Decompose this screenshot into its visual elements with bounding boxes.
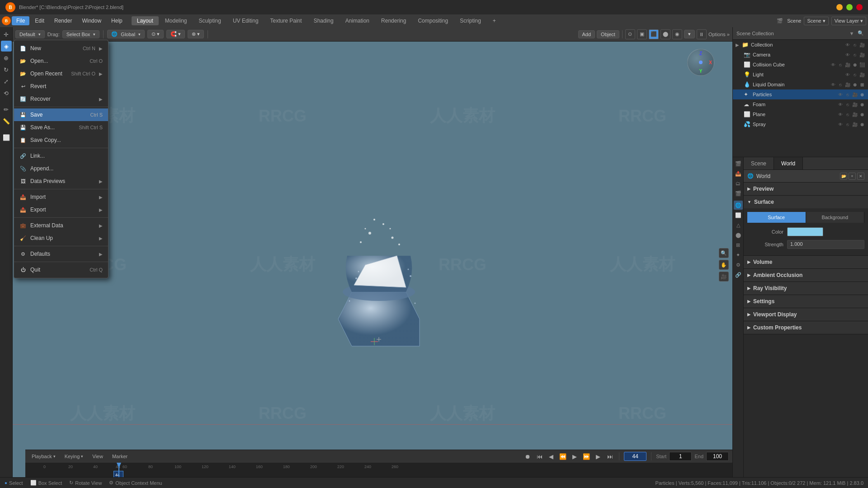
proportional-dropdown[interactable]: ⊗ ▾ [188,30,204,38]
outliner-filter-icon[interactable]: ▼ [848,30,855,37]
tl-next-frame-btn[interactable]: ▶ [594,452,603,461]
menu-append[interactable]: 📎 Append... [14,162,108,175]
viewport-extras-dropdown[interactable]: ▾ [684,30,695,38]
viewport-solid-icon[interactable]: ⬛ [649,29,659,39]
menu-external-data[interactable]: 💼 External Data ▶ [14,219,108,232]
sidebar-annotate-icon[interactable]: ✏ [1,104,12,115]
menu-clean-up[interactable]: 🧹 Clean Up ▶ [14,232,108,244]
options-label[interactable]: Options » [708,32,730,37]
mode-dropdown[interactable]: Default▾ [15,30,45,38]
viewport-overlay-icon[interactable]: ⊙ [625,29,635,39]
workspace-tab-animation[interactable]: Animation [340,16,375,25]
menu-save[interactable]: 💾 Save Ctrl S [14,108,108,121]
marker-dropdown[interactable]: Marker [109,453,130,460]
props-mesh-icon[interactable]: △ [734,221,743,230]
tl-current-frame[interactable]: 44 [624,452,646,461]
object-button[interactable]: Object [597,30,619,38]
outliner-item-camera[interactable]: 📷 Camera 👁⎋🎥 [733,50,868,60]
minimize-button[interactable] [836,4,843,10]
pivot-dropdown[interactable]: ⊙ ▾ [147,30,164,38]
menu-import[interactable]: 📥 Import ▶ [14,191,108,203]
gizmo-sphere[interactable]: X Y Z [687,49,714,76]
workspace-tab-sculpting[interactable]: Sculpting [193,16,226,25]
outliner-item-particles[interactable]: ✦ Particles 👁⎋🎥 ⊗ [733,89,868,99]
menu-save-copy[interactable]: 📋 Save Copy... [14,134,108,146]
props-constraints-icon[interactable]: 🔗 [734,270,743,279]
menu-revert[interactable]: ↩ Revert [14,80,108,93]
section-volume-header[interactable]: ▶ Volume [744,256,868,268]
props-object-icon[interactable]: ⬜ [734,211,743,220]
section-ao-header[interactable]: ▶ Ambient Occlusion [744,269,868,282]
props-texture-icon[interactable]: ⊞ [734,240,743,249]
blender-menu-logo[interactable]: B [2,16,11,25]
menu-edit[interactable]: Edit [30,16,49,25]
workspace-tab-shading[interactable]: Shading [308,16,339,25]
menu-open[interactable]: 📂 Open... Ctrl O [14,55,108,67]
scene-icon[interactable]: 🎬 [775,16,784,25]
props-view-layer-icon[interactable]: 🗂 [734,179,743,188]
viewport-material-icon[interactable]: ⬤ [660,29,670,39]
section-vp-display-header[interactable]: ▶ Viewport Display [744,308,868,321]
scene-dropdown[interactable]: Scene ▾ [804,17,828,25]
outliner-item-plane[interactable]: ⬜ Plane 👁⎋🎥 ⊗ [733,109,868,119]
tl-play-btn[interactable]: ▶ [570,452,579,461]
menu-defaults[interactable]: ⚙ Defaults ▶ [14,248,108,260]
maximize-button[interactable] [846,4,853,10]
workspace-add-tab[interactable]: + [487,16,501,25]
viewport-xray-icon[interactable]: ▣ [637,29,647,39]
outliner-item-collection[interactable]: ▶ 📁 Collection 👁 ⎋ 🎥 [733,40,868,50]
outliner-item-liquid-domain[interactable]: 💧 Liquid Domain 👁⎋🎥 ⊗⊞ [733,80,868,89]
close-button[interactable] [856,4,863,10]
workspace-tab-rendering[interactable]: Rendering [376,16,411,25]
nav-gizmo[interactable]: X Y Z [687,49,714,76]
tl-jump-end-btn[interactable]: ⏭ [605,452,614,461]
add-button[interactable]: Add [578,30,595,38]
props-output-icon[interactable]: 📤 [734,169,743,178]
section-surface-header[interactable]: ▼ Surface [744,196,868,208]
outliner-search-icon[interactable]: 🔍 [857,30,864,37]
world-browse-icon[interactable]: 📂 [840,173,847,180]
menu-file[interactable]: File [12,16,29,25]
menu-render[interactable]: Render [50,16,76,25]
world-new-icon[interactable]: + [849,173,856,180]
world-unlink-icon[interactable]: ✕ [857,173,864,180]
sidebar-select-icon[interactable]: ◈ [1,41,12,52]
viewport-rendered-icon[interactable]: ◉ [672,29,682,39]
strength-value[interactable]: 1.000 [787,240,864,249]
outliner-item-collision-cube[interactable]: ⬜ Collision Cube 👁⎋🎥 ⊗⬛ [733,60,868,70]
viewport-zoom-icon[interactable]: 🔍 [719,248,729,258]
viewport-3d[interactable]: 人人素材 RRCG 人人素材 RRCG RRCG 人人素材 RRCG 人人素材 … [13,42,732,488]
view-layer-dropdown[interactable]: View Layer ▾ [831,17,866,25]
tl-record-btn[interactable]: ⏺ [523,452,532,461]
props-scene-icon[interactable]: 🎬 [734,189,743,198]
menu-quit[interactable]: ⏻ Quit Ctrl Q [14,263,108,276]
sidebar-measure-icon[interactable]: 📏 [1,116,12,127]
surface-tab[interactable]: Surface [747,212,806,223]
keying-dropdown[interactable]: Keying ▾ [62,453,86,460]
viewport-pause-icon[interactable]: ⏸ [697,29,707,39]
sidebar-add-cube-icon[interactable]: ⬜ [1,132,12,143]
menu-export[interactable]: 📤 Export ▶ [14,203,108,216]
section-settings-header[interactable]: ▶ Settings [744,295,868,308]
props-render-icon[interactable]: 🎬 [734,159,743,168]
section-preview-header[interactable]: ▶ Preview [744,183,868,195]
menu-open-recent[interactable]: 📂 Open Recent Shift Ctrl O ▶ [14,67,108,80]
menu-window[interactable]: Window [77,16,106,25]
props-material-icon[interactable]: ⬤ [734,230,743,239]
menu-data-previews[interactable]: 🖼 Data Previews ▶ [14,175,108,188]
snap-dropdown[interactable]: 🧲 ▾ [166,30,185,38]
menu-help[interactable]: Help [107,16,127,25]
playback-dropdown[interactable]: Playback ▾ [29,453,58,460]
section-ray-vis-header[interactable]: ▶ Ray Visibility [744,282,868,295]
tl-next-keyframe-btn[interactable]: ⏩ [582,452,591,461]
tl-prev-keyframe-btn[interactable]: ⏪ [558,452,567,461]
props-physics-icon[interactable]: ⚙ [734,260,743,269]
panel-tab-world[interactable]: World [774,157,803,169]
select-box-dropdown[interactable]: Select Box▾ [62,30,100,38]
menu-link[interactable]: 🔗 Link... [14,150,108,162]
sidebar-transform-icon[interactable]: ⟲ [1,88,12,99]
background-tab[interactable]: Background [806,212,865,223]
tl-end-frame[interactable]: 100 [706,452,729,461]
props-world-icon[interactable]: 🌐 [734,201,743,210]
color-swatch[interactable] [787,227,823,236]
